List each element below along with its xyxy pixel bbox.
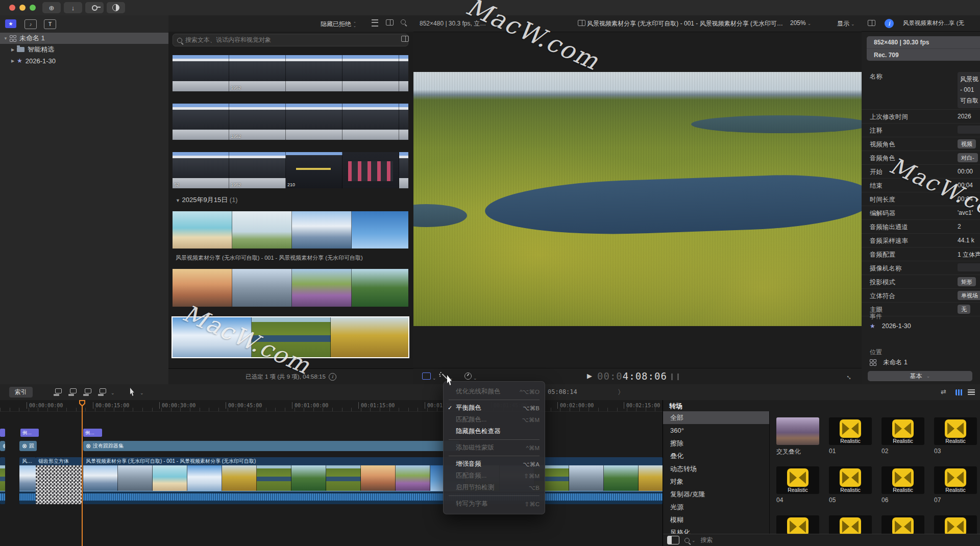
inspector-row-badge[interactable]: 视频 [958,139,976,148]
clip-thumbnail[interactable] [399,55,408,91]
inspector-row-badge[interactable]: 对白- [958,153,978,162]
transition-category-5[interactable]: 对象 [663,475,769,488]
menu-item-8[interactable]: 增强音频⌥⌘A [444,458,545,470]
transition-item[interactable]: Realistic02 [881,417,924,455]
clip-thumbnail[interactable] [173,211,232,249]
disclosure-triangle-icon[interactable]: ▶ [10,59,15,63]
clip-thumbnail[interactable] [342,152,399,188]
connected-title-clip[interactable] [0,429,5,437]
transition-thumbnail[interactable]: Realistic [829,417,872,445]
close-circle-icon[interactable]: ⊗ [22,443,27,449]
clip-thumbnail[interactable] [342,104,399,140]
close-circle-icon[interactable]: ⊗ [86,443,91,449]
transition-item[interactable]: Realistic07 [934,466,977,504]
video-canvas[interactable] [413,72,862,326]
zoom-fit-icon[interactable]: ⇄ [941,388,946,395]
clip-thumbnail[interactable]: 1952 [229,152,286,188]
clip-filmstrip-row[interactable] [173,211,408,249]
close-circle-icon[interactable]: ⊗ [3,443,5,449]
clip-thumbnail[interactable]: 210 [286,152,342,188]
zoom-level-dropdown[interactable]: 205%⌄ [790,19,811,27]
transition-thumbnail[interactable]: Realistic [881,417,924,445]
transform-crop-button[interactable]: ⌄ [422,373,436,382]
transition-category-1[interactable]: 360° [663,424,769,437]
clip-filmstrip-row[interactable] [173,269,408,307]
video-inspector-tab[interactable] [868,20,875,27]
connected-title-clip[interactable]: 例… [83,429,102,437]
timeline-panel[interactable]: 00:00:00:0000:00:15:0000:00:30:0000:00:4… [0,400,663,546]
inspector-row-field[interactable] [958,126,980,134]
clip-thumbnail[interactable] [331,317,408,357]
edit-options-chevron-icon[interactable]: ⌄ [111,390,115,395]
timeline-index-button[interactable]: 索引 [9,387,33,398]
inspector-row-badge[interactable]: 矩形 [958,277,976,286]
disclosure-triangle-icon[interactable]: ▶ [10,47,15,52]
tool-chevron-icon[interactable]: ⌄ [140,390,144,395]
retime-button[interactable]: ⌄ [464,373,477,382]
transition-thumbnail[interactable]: Realistic [829,466,872,494]
sidebar-item-2[interactable]: ▶★2026-1-30 [0,55,168,66]
clip-thumbnail[interactable] [232,269,292,307]
clip-filmstrip-row[interactable]: 1952 [173,104,408,140]
sidebar-item-1[interactable]: ▶智能精选 [0,44,168,55]
clip-thumbnail[interactable]: 1952 [229,104,286,140]
next-chevron-icon[interactable]: 〉 [618,388,624,397]
connected-title-clip[interactable]: 例… [20,429,39,437]
transition-category-8[interactable]: 模糊 [663,513,769,526]
transition-thumbnail[interactable]: Realistic [934,417,977,445]
transition-thumbnail[interactable]: Realistic [776,466,819,494]
transition-category-3[interactable]: 叠化 [663,450,769,462]
tab-sound-effects[interactable]: ♪ [24,19,37,29]
menu-item-4[interactable]: 隐藏颜色检查器 [444,426,545,437]
transition-thumbnail[interactable]: Realistic [881,466,924,494]
zoom-window-button[interactable] [30,5,36,11]
import-media-button[interactable]: ⊕ [42,2,61,13]
timeline-clip[interactable]: 锯齿形立方体 [36,457,82,504]
clip-thumbnail[interactable]: 52 [173,152,229,188]
clip-filmstrip-row[interactable]: 521952210 [173,152,408,188]
filter-rejected-dropdown[interactable]: 隐藏已拒绝⌃⌄ [321,20,356,29]
browser-search-input[interactable]: 搜索文本、说话内容和视觉对象 [173,34,408,46]
transition-category-6[interactable]: 复制器/克隆 [663,488,769,501]
view-options-dropdown[interactable]: 显示⌄ [837,19,855,28]
clip-filmstrip-row[interactable] [173,317,408,357]
timeline-clip[interactable]: 风景视频素材分享 (无水印可自取) - 001 - 风景视频素材分享 (无水印可… [83,457,663,504]
browser-search-button[interactable] [401,19,406,26]
transition-item[interactable]: Realistic01 [829,417,872,455]
transition-item[interactable]: Realistic05 [829,466,872,504]
clip-thumbnail[interactable] [173,55,229,91]
tracker-banner[interactable]: ⊗ [0,441,5,451]
download-button[interactable]: ↓ [64,2,82,13]
clip-thumbnail[interactable]: 1952 [229,55,286,91]
clip-thumbnail[interactable] [399,104,408,140]
menu-item-2[interactable]: ✓平衡颜色⌥⌘B [444,402,545,414]
transition-thumbnail[interactable] [776,417,819,445]
clip-thumbnail[interactable] [342,55,399,91]
list-view-button[interactable] [372,19,378,28]
sidebar-item-0[interactable]: ▼未命名 1 [0,33,168,44]
select-tool-button[interactable] [130,388,136,396]
keywords-button[interactable] [85,2,104,13]
event-row[interactable]: ★ 2026-1-30 [870,322,911,330]
clip-thumbnail[interactable] [173,269,232,307]
clip-appearance-icon[interactable] [955,389,963,395]
metadata-view-button[interactable]: 基本⌄ [868,371,972,381]
close-window-button[interactable] [9,5,15,11]
inspector-name-value[interactable]: 风景视 - 001 可自取 [958,72,980,108]
transitions-search-input[interactable]: 搜索 [701,536,713,544]
fullscreen-button[interactable]: ↔ [846,372,853,381]
transition-thumbnail[interactable]: Realistic [934,466,977,494]
play-button[interactable]: ▶ [587,372,592,380]
clip-thumbnail[interactable] [352,211,408,249]
transition-category-0[interactable]: 全部 [663,411,769,424]
clip-filmstrip-row[interactable]: 1952 [173,55,408,91]
tab-media[interactable]: ★ [5,19,16,28]
transition-item[interactable]: 交叉叠化 [776,417,819,456]
clip-appearance-button[interactable] [401,36,409,43]
tracker-banner[interactable]: ⊗没有跟踪器集 [83,441,459,451]
info-icon[interactable]: i [329,373,336,381]
clip-thumbnail[interactable] [352,269,408,307]
tracker-banner[interactable]: ⊗跟 [19,441,37,451]
tab-titles[interactable]: T [44,19,56,29]
connect-edit-button[interactable] [54,388,62,396]
